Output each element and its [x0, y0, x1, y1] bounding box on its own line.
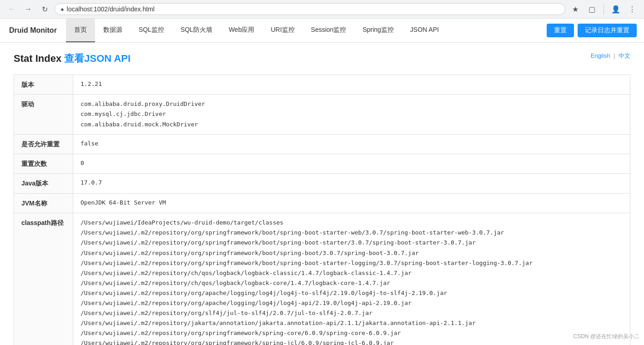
- main-content: Stat Index 查看JSON API English | 中文 版本 1.…: [0, 43, 644, 345]
- cp-line-8: /Users/wujiawei/.m2/repository/org/apach…: [80, 288, 623, 298]
- navbar-actions: 重置 记录日志并重置: [547, 24, 644, 37]
- navbar: Druid Monitor 首页 数据源 SQL监控 SQL防火墙 Web应用 …: [0, 19, 644, 43]
- nav-item-sql-firewall[interactable]: SQL防火墙: [172, 19, 221, 42]
- value-reset-count: 0: [73, 154, 630, 174]
- address-bar[interactable]: ● localhost:1002/druid/index.html: [55, 3, 565, 15]
- cp-line-11: /Users/wujiawei/.m2/repository/jakarta/a…: [80, 318, 623, 328]
- forward-button[interactable]: →: [22, 3, 35, 15]
- cp-line-1: /Users/wujiawei/IdeaProjects/wu-druid-de…: [80, 218, 623, 228]
- nav-item-datasource[interactable]: 数据源: [95, 19, 131, 42]
- driver-line-1: com.alibaba.druid.proxy.DruidDriver: [80, 99, 623, 109]
- back-button[interactable]: ←: [5, 3, 18, 15]
- lang-separator: |: [614, 52, 615, 59]
- watermark: CSDN @还在忙绿的吴小二: [573, 333, 639, 340]
- table-row-reset-count: 重置次数 0: [14, 154, 630, 174]
- value-allow-reset: false: [73, 134, 630, 154]
- nav-menu: 首页 数据源 SQL监控 SQL防火墙 Web应用 URI监控 Session监…: [66, 19, 447, 42]
- nav-item-home[interactable]: 首页: [66, 19, 95, 42]
- table-row-java-version: Java版本 17.0.7: [14, 174, 630, 193]
- browser-actions: ★ ▢ 👤 ⋮: [569, 3, 639, 15]
- refresh-button[interactable]: ↻: [38, 3, 51, 15]
- cp-line-3: /Users/wujiawei/.m2/repository/org/sprin…: [80, 238, 623, 248]
- value-java-version: 17.0.7: [73, 174, 630, 193]
- cp-line-5: /Users/wujiawei/.m2/repository/org/sprin…: [80, 258, 623, 268]
- cp-line-12: /Users/wujiawei/.m2/repository/org/sprin…: [80, 328, 623, 338]
- browser-chrome: ← → ↻ ● localhost:1002/druid/index.html …: [0, 0, 644, 19]
- bookmark-button[interactable]: ★: [569, 3, 582, 15]
- extensions-button[interactable]: ▢: [585, 3, 598, 15]
- cp-line-10: /Users/wujiawei/.m2/repository/org/slf4j…: [80, 308, 623, 318]
- cp-line-9: /Users/wujiawei/.m2/repository/org/apach…: [80, 298, 623, 308]
- label-java-version: Java版本: [14, 174, 73, 193]
- page-title: Stat Index 查看JSON API: [14, 52, 131, 65]
- driver-line-3: com.alibaba.druid.mock.MockDriver: [80, 120, 623, 130]
- label-driver: 驱动: [14, 95, 73, 134]
- nav-item-uri-monitor[interactable]: URI监控: [262, 19, 302, 42]
- profile-button[interactable]: 👤: [609, 3, 622, 15]
- reset-button[interactable]: 重置: [547, 24, 574, 37]
- cp-line-4: /Users/wujiawei/.m2/repository/org/sprin…: [80, 248, 623, 258]
- info-table: 版本 1.2.21 驱动 com.alibaba.druid.proxy.Dru…: [14, 75, 630, 345]
- cp-line-7: /Users/wujiawei/.m2/repository/ch/qos/lo…: [80, 278, 623, 288]
- lock-icon: ●: [60, 6, 64, 13]
- cp-line-6: /Users/wujiawei/.m2/repository/ch/qos/lo…: [80, 268, 623, 278]
- value-driver: com.alibaba.druid.proxy.DruidDriver com.…: [73, 95, 630, 134]
- value-jvm-name: OpenJDK 64-Bit Server VM: [73, 193, 630, 213]
- nav-item-sql-monitor[interactable]: SQL监控: [131, 19, 172, 42]
- table-row-jvm-name: JVM名称 OpenJDK 64-Bit Server VM: [14, 193, 630, 213]
- label-classpath: classpath路径: [14, 213, 73, 345]
- nav-item-json-api[interactable]: JSON API: [402, 19, 447, 42]
- cp-line-2: /Users/wujiawei/.m2/repository/org/sprin…: [80, 228, 623, 238]
- nav-item-spring-monitor[interactable]: Spring监控: [354, 19, 402, 42]
- lang-chinese-link[interactable]: 中文: [619, 52, 630, 59]
- table-row-allow-reset: 是否允许重置 false: [14, 134, 630, 154]
- menu-button[interactable]: ⋮: [626, 3, 639, 15]
- json-api-link[interactable]: 查看JSON API: [64, 53, 131, 64]
- lang-switcher: English | 中文: [591, 52, 630, 60]
- page-title-text: Stat Index: [14, 53, 64, 64]
- divider: [604, 4, 604, 15]
- nav-item-web-app[interactable]: Web应用: [221, 19, 263, 42]
- driver-line-2: com.mysql.cj.jdbc.Driver: [80, 109, 623, 119]
- label-reset-count: 重置次数: [14, 154, 73, 174]
- page-header: Stat Index 查看JSON API English | 中文: [14, 52, 630, 65]
- lang-english-link[interactable]: English: [591, 52, 610, 59]
- table-row-classpath: classpath路径 /Users/wujiawei/IdeaProjects…: [14, 213, 630, 345]
- value-classpath: /Users/wujiawei/IdeaProjects/wu-druid-de…: [73, 213, 630, 345]
- cp-line-13: /Users/wujiawei/.m2/repository/org/sprin…: [80, 338, 623, 345]
- navbar-brand: Druid Monitor: [0, 20, 66, 41]
- label-allow-reset: 是否允许重置: [14, 134, 73, 154]
- label-jvm-name: JVM名称: [14, 193, 73, 213]
- label-version: 版本: [14, 75, 73, 95]
- table-row-version: 版本 1.2.21: [14, 75, 630, 95]
- table-row-driver: 驱动 com.alibaba.druid.proxy.DruidDriver c…: [14, 95, 630, 134]
- reset-log-button[interactable]: 记录日志并重置: [578, 24, 637, 37]
- nav-item-session-monitor[interactable]: Session监控: [303, 19, 355, 42]
- value-version: 1.2.21: [73, 75, 630, 95]
- url-text: localhost:1002/druid/index.html: [67, 5, 559, 13]
